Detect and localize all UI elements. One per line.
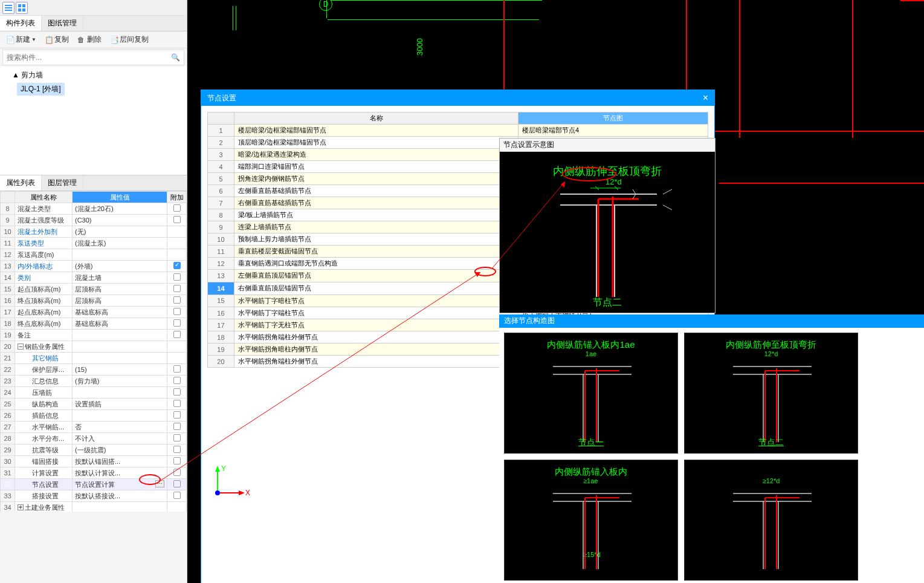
node-diagram[interactable]: 楼层暗梁端部节点4 — [519, 125, 708, 137]
row-num[interactable]: 30 — [1, 456, 15, 467]
node-name[interactable]: 顶层暗梁/边框梁端部锚固节点 — [234, 137, 518, 149]
prop-extra[interactable] — [167, 307, 187, 318]
node-row-num[interactable]: 18 — [208, 331, 234, 344]
node-name[interactable]: 垂直钢筋遇洞口或端部无节点构造 — [234, 258, 518, 270]
row-num[interactable]: 15 — [1, 284, 15, 295]
prop-extra[interactable] — [167, 272, 187, 284]
prop-name[interactable]: 纵筋构造 — [15, 399, 73, 410]
new-button[interactable]: 📄新建▼ — [4, 33, 39, 46]
prop-extra[interactable] — [167, 353, 187, 364]
row-num[interactable]: 25 — [1, 399, 15, 410]
prop-extra[interactable] — [167, 284, 187, 295]
row-num[interactable]: 19 — [1, 330, 15, 341]
prop-extra[interactable] — [167, 479, 187, 490]
prop-value[interactable]: 按默认计算设... — [73, 467, 167, 479]
row-num[interactable]: 13 — [1, 261, 15, 272]
node-row-num[interactable]: 9 — [208, 221, 234, 233]
prop-extra[interactable] — [167, 467, 187, 479]
node-name[interactable]: 左侧垂直筋基础插筋节点 — [234, 185, 518, 197]
prop-extra[interactable] — [167, 318, 187, 330]
copy-button[interactable]: 📋复制 — [42, 33, 71, 46]
prop-extra[interactable] — [167, 410, 187, 422]
row-num[interactable]: 20 — [1, 341, 15, 353]
row-num[interactable]: 11 — [1, 238, 15, 249]
prop-extra[interactable] — [167, 330, 187, 341]
node-row-num[interactable]: 17 — [208, 319, 234, 331]
row-num[interactable]: 10 — [1, 226, 15, 238]
node-name[interactable]: 水平钢筋拐角端柱外侧节点 — [234, 331, 518, 344]
node-row-num[interactable]: 16 — [208, 307, 234, 319]
prop-value[interactable] — [73, 502, 167, 512]
prop-value[interactable]: 设置插筋 — [73, 399, 167, 410]
prop-value[interactable]: (剪力墙) — [73, 376, 167, 387]
tab-drawing-mgmt[interactable]: 图纸管理 — [42, 16, 83, 31]
node-name[interactable]: 水平钢筋丁字暗柱节点 — [234, 295, 518, 307]
prop-name[interactable]: 内/外墙标志 — [15, 261, 73, 272]
node-row-num[interactable]: 3 — [208, 149, 234, 161]
prop-name[interactable]: 水平钢筋... — [15, 422, 73, 433]
node-row-num[interactable]: 14 — [208, 282, 234, 295]
node-name[interactable]: 端部洞口连梁锚固节点 — [234, 161, 518, 173]
tab-component-list[interactable]: 构件列表 — [0, 16, 42, 31]
prop-value[interactable]: (一级抗震) — [73, 445, 167, 456]
prop-name[interactable]: 起点底标高(m) — [15, 307, 73, 318]
prop-value[interactable] — [73, 330, 167, 341]
prop-extra[interactable] — [167, 445, 187, 456]
node-name[interactable]: 垂直筋楼层变截面锚固节点 — [234, 246, 518, 258]
node-name[interactable]: 右侧垂直筋顶层锚固节点 — [234, 282, 518, 295]
prop-extra[interactable] — [167, 249, 187, 261]
prop-name[interactable]: 锚固搭接 — [15, 456, 73, 467]
tab-layer-mgmt[interactable]: 图层管理 — [42, 175, 83, 191]
node-row-num[interactable]: 10 — [208, 233, 234, 246]
search-icon[interactable]: 🔍 — [171, 53, 180, 62]
prop-extra[interactable] — [167, 502, 187, 512]
node-row-num[interactable]: 5 — [208, 173, 234, 185]
row-num[interactable]: 28 — [1, 433, 15, 445]
row-num[interactable]: 16 — [1, 295, 15, 307]
tree-parent[interactable]: ▲ 剪力墙 — [5, 69, 182, 82]
list-view-button[interactable] — [2, 2, 15, 14]
gallery-item[interactable]: 内侧纵筋锚入板内≥1ae≥15*d — [504, 460, 678, 581]
prop-extra[interactable] — [167, 433, 187, 445]
prop-value[interactable]: 按默认搭接设... — [73, 490, 167, 502]
prop-name[interactable]: 起点顶标高(m) — [15, 284, 73, 295]
row-num[interactable]: 32 — [1, 479, 15, 490]
prop-name[interactable]: 计算设置 — [15, 467, 73, 479]
prop-value[interactable] — [73, 353, 167, 364]
prop-name[interactable]: 其它钢筋 — [15, 353, 73, 364]
node-row-num[interactable]: 19 — [208, 344, 234, 356]
prop-name[interactable]: 混凝土类型 — [15, 203, 73, 215]
node-name[interactable]: 暗梁/边框梁遇连梁构造 — [234, 149, 518, 161]
node-row-num[interactable]: 11 — [208, 246, 234, 258]
row-num[interactable]: 23 — [1, 376, 15, 387]
prop-value[interactable]: 基础底标高 — [73, 318, 167, 330]
row-num[interactable]: 34 — [1, 502, 15, 512]
prop-name[interactable]: 备注 — [15, 330, 73, 341]
prop-extra[interactable] — [167, 364, 187, 376]
prop-name[interactable]: −钢筋业务属性 — [15, 341, 73, 353]
prop-value[interactable] — [73, 387, 167, 399]
node-name[interactable]: 水平钢筋丁字端柱节点 — [234, 307, 518, 319]
row-num[interactable]: 18 — [1, 318, 15, 330]
prop-name[interactable]: 汇总信息 — [15, 376, 73, 387]
row-num[interactable]: 29 — [1, 445, 15, 456]
prop-value[interactable]: 按默认锚固搭... — [73, 456, 167, 467]
prop-name[interactable]: 搭接设置 — [15, 490, 73, 502]
prop-name[interactable]: 泵送高度(m) — [15, 249, 73, 261]
node-name[interactable]: 连梁上墙插筋节点 — [234, 221, 518, 233]
prop-extra[interactable] — [167, 215, 187, 226]
prop-value[interactable] — [73, 410, 167, 422]
row-num[interactable]: 26 — [1, 410, 15, 422]
node-row-num[interactable]: 6 — [208, 185, 234, 197]
row-num[interactable]: 8 — [1, 203, 15, 215]
close-button[interactable]: × — [703, 93, 708, 103]
prop-extra[interactable] — [167, 399, 187, 410]
prop-value[interactable] — [73, 249, 167, 261]
prop-value[interactable]: 混凝土墙 — [73, 272, 167, 284]
prop-value[interactable]: (C30) — [73, 215, 167, 226]
node-name[interactable]: 梁/板上墙插筋节点 — [234, 209, 518, 221]
node-row-num[interactable]: 4 — [208, 161, 234, 173]
delete-button[interactable]: 🗑删除 — [75, 33, 104, 46]
prop-name[interactable]: 混凝土强度等级 — [15, 215, 73, 226]
node-row-num[interactable]: 20 — [208, 356, 234, 368]
